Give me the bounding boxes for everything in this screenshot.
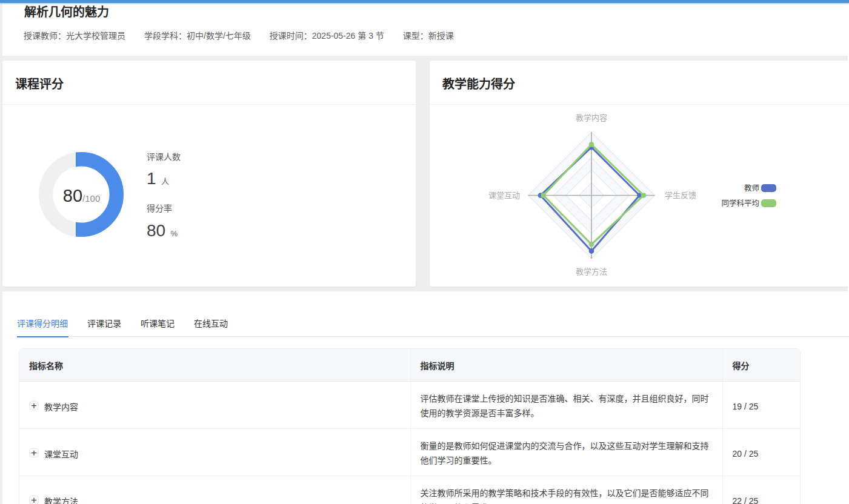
svg-text:课堂互动: 课堂互动 [488,191,520,200]
svg-text:教学方法: 教学方法 [576,267,607,276]
svg-text:教学内容: 教学内容 [576,113,607,122]
svg-text:学生反馈: 学生反馈 [665,191,696,200]
